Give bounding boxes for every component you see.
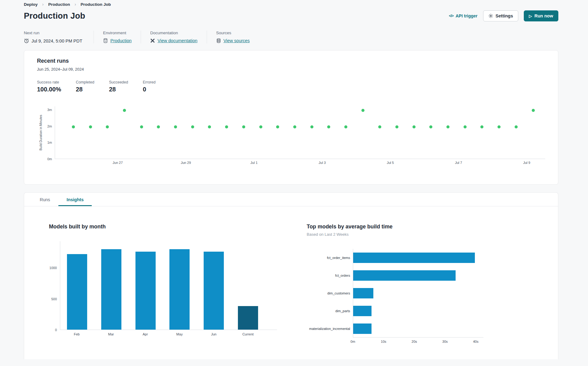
models-built-title: Models built by month [49,224,277,230]
run-dot[interactable] [293,125,296,128]
y-tick-label: 1000 [50,266,57,270]
tab-insights[interactable]: Insights [58,193,92,206]
run-dot[interactable] [446,125,449,128]
model-bar[interactable] [353,270,456,281]
breadcrumb: Deploy › Production › Production Job [24,0,558,7]
x-tick-label: Jul 9 [523,161,530,165]
run-dot[interactable] [89,125,92,128]
play-icon: ▷ [529,14,532,18]
model-bar[interactable] [353,253,475,263]
category-label: Apr [142,332,148,336]
alarm-clock-icon [24,38,29,43]
code-icon: </> [449,14,453,18]
recent-runs-title: Recent runs [37,58,545,64]
y-tick-label: 2m [47,124,52,128]
month-bar[interactable] [169,249,190,330]
stat-errored: Errored 0 [143,80,156,93]
run-dot[interactable] [515,125,518,128]
run-dot[interactable] [497,125,501,128]
y-tick-label: 0m [47,157,52,161]
category-label: Current [242,332,254,336]
breadcrumb-production[interactable]: Production [48,2,70,7]
tab-runs[interactable]: Runs [31,193,58,206]
run-dot[interactable] [276,125,279,128]
view-documentation-link[interactable]: View documentation [157,38,197,43]
model-label: materialization_incremental [307,320,353,338]
run-dot[interactable] [191,125,194,128]
run-dot[interactable] [208,125,211,128]
run-dot[interactable] [123,109,126,112]
view-sources-link[interactable]: View sources [224,38,250,43]
run-now-button[interactable]: ▷ Run now [524,10,558,21]
category-label: May [176,332,183,336]
month-bar[interactable] [67,254,87,330]
run-dot[interactable] [106,125,109,128]
x-tick-label: 40s [473,340,479,343]
run-dot[interactable] [344,125,347,128]
build-duration-yticks: 0m1m2m3m [44,106,55,159]
y-tick-label: 0 [55,328,57,332]
run-dot[interactable] [242,125,245,128]
model-label: dim_parts [307,302,353,320]
y-tick-label: 3m [47,108,52,112]
model-bar[interactable] [353,323,372,334]
breadcrumb-production-job: Production Job [81,2,111,7]
models-built-yticks: 05001000 [49,241,60,330]
breadcrumb-deploy[interactable]: Deploy [24,2,38,7]
stat-value: 28 [109,86,128,93]
recent-runs-date-range: Jun 25, 2024–Jul 09, 2024 [37,67,545,72]
environment-link[interactable]: Production [110,38,131,43]
model-bar[interactable] [353,288,373,298]
month-bar[interactable] [101,249,121,330]
api-trigger-link[interactable]: </> API trigger [449,13,478,18]
run-dot[interactable] [361,109,364,112]
run-dot[interactable] [72,125,75,128]
sources-label: Sources [216,31,250,35]
next-run-column: Next run Jul 9, 2024, 5:00 PM PDT [24,31,94,43]
tab-bar: Runs Insights [24,193,558,206]
month-bar[interactable] [204,252,224,330]
run-dot[interactable] [140,125,143,128]
settings-button[interactable]: Settings [483,10,518,21]
gear-icon [488,13,493,18]
month-bar[interactable] [238,306,258,330]
stat-label: Errored [143,80,156,84]
run-dot[interactable] [259,125,262,128]
chevron-right-icon: › [42,2,44,7]
run-dot[interactable] [480,125,483,128]
api-trigger-label: API trigger [456,13,478,18]
run-dot[interactable] [532,109,535,112]
run-dot[interactable] [429,125,432,128]
top-models-title: Top models by average build time [307,224,483,230]
job-info-bar: Next run Jul 9, 2024, 5:00 PM PDT Enviro… [24,31,558,43]
run-dot[interactable] [464,125,467,128]
x-tick-label: 10s [381,340,386,343]
run-dot[interactable] [157,125,160,128]
run-dot[interactable] [327,125,330,128]
y-tick-label: 500 [51,297,57,301]
stat-succeeded: Succeeded 28 [109,80,128,93]
category-label: Mar [108,332,114,336]
documentation-label: Documentation [150,31,197,35]
stat-value: 100.00% [37,86,61,93]
x-tick-label: Jul 3 [319,161,326,165]
run-dot[interactable] [395,125,398,128]
environment-column: Environment Production [94,31,141,43]
month-bar[interactable] [135,252,156,330]
build-duration-chart: Build Duration in Minutes 0m1m2m3m [37,106,545,159]
stat-value: 28 [76,86,94,93]
top-models-xticks: 0m10s20s30s40s [353,340,483,346]
build-duration-xticks: Jun 27Jun 29Jul 1Jul 3Jul 5Jul 7Jul 9 [55,161,545,168]
x-tick-label: Jul 7 [455,161,462,165]
run-dot[interactable] [310,125,313,128]
run-dot[interactable] [412,125,416,128]
job-detail-card: Runs Insights Models built by month 0500… [24,192,558,359]
model-label: fct_order_items [307,249,353,267]
x-tick-label: Jun 29 [181,161,191,165]
run-dot[interactable] [225,125,228,128]
x-tick-label: 0m [350,340,355,343]
run-dot[interactable] [378,125,381,128]
model-bar[interactable] [353,306,372,316]
top-models-subtitle: Based on Last 2 Weeks [307,232,483,237]
run-dot[interactable] [174,125,177,128]
